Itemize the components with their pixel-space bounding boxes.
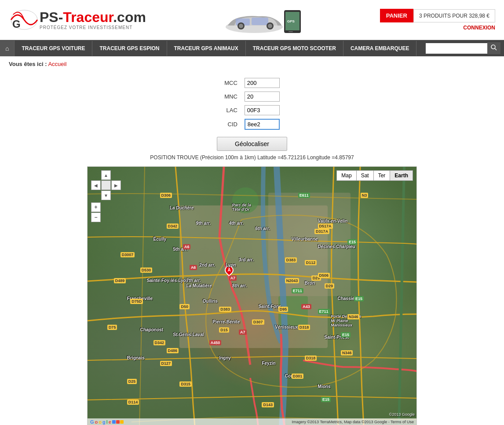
road-badge-d75d: D75D <box>130 299 143 304</box>
field-input-lac[interactable] <box>245 105 280 115</box>
map-controls: ▲ ◀ ▶ ▼ + − <box>91 170 121 222</box>
road-badge-a6-1: A6 <box>183 244 191 249</box>
panier-info: 3 PRODUITS POUR 328,98 € <box>413 9 495 22</box>
zoom-out-button[interactable]: − <box>91 212 101 222</box>
field-row-cid: CID <box>221 117 283 132</box>
logo-main: PS-Traceur.com <box>40 10 146 25</box>
field-input-cid[interactable] <box>245 119 280 130</box>
breadcrumb-home[interactable]: Accueil <box>48 61 66 67</box>
map-nav-right[interactable]: ▶ <box>111 180 121 190</box>
field-input-mcc[interactable] <box>245 78 280 88</box>
google-logo: Google <box>90 419 125 425</box>
form-table: MCC MNC LAC CID <box>221 76 283 132</box>
road-badge-d15: D15 <box>219 327 229 333</box>
nav-item-camera[interactable]: CAMERA EMBARQUEE <box>343 41 417 56</box>
position-info: POSITION TROUVE (Précision 100m à 1km) L… <box>150 154 354 161</box>
road-badge-d307: D307 <box>252 319 264 325</box>
road-badge-e711-1: E711 <box>292 288 303 293</box>
logo-area: G PS-Traceur.com PROTÉGEZ VOTRE INVESTIS… <box>9 6 146 34</box>
road-badge-a43: A43 <box>301 304 311 309</box>
road-badge-d25: D25 <box>127 379 137 384</box>
road-badge-d318-1: D318 <box>298 325 310 330</box>
google-l: l <box>106 419 108 425</box>
map-label-ingny: Ingny <box>219 355 231 360</box>
map-label-venissieux: Vénissieux <box>275 325 298 330</box>
road-badge-d486: D486 <box>167 348 179 353</box>
field-row-lac: LAC <box>221 103 283 117</box>
road-badge-d127: D127 <box>160 361 172 366</box>
zoom-in-button[interactable]: + <box>91 202 101 212</box>
field-label-cid: CID <box>221 117 241 132</box>
google-e: e <box>109 419 111 425</box>
map-type-sat[interactable]: Sat <box>356 170 374 181</box>
road-badge-a7-2: A7 <box>239 330 247 335</box>
map-nav-left[interactable]: ◀ <box>91 180 101 190</box>
road-badge-d517a: D517A <box>318 223 333 229</box>
header-promo-image: GPS <box>215 4 311 35</box>
map-label-4arr: 4th arr. <box>229 221 244 226</box>
field-label-lac: LAC <box>221 103 241 117</box>
road-badge-d143: D143 <box>262 402 274 407</box>
map-nav-down[interactable]: ▼ <box>101 191 111 200</box>
form-area: MCC MNC LAC CID Géolocaliser POSITION TR… <box>0 72 504 166</box>
map-type-ter[interactable]: Ter <box>373 170 391 181</box>
road-badge-d318-2: D318 <box>305 355 317 361</box>
svg-line-14 <box>495 48 497 50</box>
nav-item-voiture[interactable]: TRACEUR GPS VOITURE <box>15 41 92 56</box>
nav-home-button[interactable]: ⌂ <box>0 40 15 56</box>
map-label-oullins: Oullins <box>203 299 218 304</box>
road-badge-n346-1: N346 <box>347 314 360 319</box>
map-container: ▲ ◀ ▶ ▼ + − Map Sat Ter Earth A Lyon Vil… <box>87 166 417 425</box>
google-maps-logo <box>112 419 125 425</box>
map-copyright-overlay: ©2013 Google <box>389 412 415 417</box>
google-o2: o <box>99 419 102 425</box>
header-right: PANIER 3 PRODUITS POUR 328,98 € CONNEXIO… <box>380 9 495 31</box>
map-type-earth[interactable]: Earth <box>390 170 413 181</box>
field-row-mcc: MCC <box>221 76 283 90</box>
field-input-mnc[interactable] <box>245 92 280 102</box>
road-badge-d114: D114 <box>127 399 139 405</box>
nav-item-espion[interactable]: TRACEUR GPS ESPION <box>92 41 167 56</box>
connexion-link[interactable]: CONNEXION <box>463 25 495 31</box>
map-label-ecully: Écully <box>153 237 166 242</box>
svg-point-8 <box>268 24 272 28</box>
logo-subtitle: PROTÉGEZ VOTRE INVESTISSEMENT <box>40 25 146 30</box>
svg-rect-16 <box>116 420 120 424</box>
map-nav-up[interactable]: ▲ <box>101 170 111 180</box>
map-label-feyzin: Feyzin <box>262 361 275 366</box>
map-label-pierre-benite: Pierre-Bénite <box>212 319 240 324</box>
field-row-mnc: MNC <box>221 90 283 103</box>
nav-item-moto[interactable]: TRACEUR GPS MOTO SCOOTER <box>246 41 343 56</box>
map-label-parc: Parc de laTête d'Or <box>232 203 251 212</box>
road-badge-a450: A450 <box>209 340 222 345</box>
road-badge-d315: D315 <box>179 381 192 387</box>
google-g2: g <box>102 419 106 425</box>
road-badge-d95: D95 <box>278 307 289 312</box>
map-label-mions: Mions <box>318 384 331 389</box>
logo-text-group: PS-Traceur.com PROTÉGEZ VOTRE INVESTISSE… <box>40 10 146 30</box>
road-badge-e711-2: E711 <box>318 309 330 314</box>
road-badge-d506: D506 <box>318 273 330 278</box>
map-type-map[interactable]: Map <box>336 170 356 181</box>
road-badge-n346-2: N346 <box>341 350 353 355</box>
road-badge-d530: D530 <box>140 267 153 273</box>
panier-area: PANIER 3 PRODUITS POUR 328,98 € <box>380 9 495 22</box>
map-label-8arr: 8th arr. <box>232 283 247 288</box>
road-badge-d306: D306 <box>160 193 172 198</box>
field-label-mnc: MNC <box>221 90 241 103</box>
map-label-lyon: Lyon <box>226 263 236 267</box>
svg-point-6 <box>239 24 243 28</box>
map-label-3arr: 3rd arr. <box>239 257 254 262</box>
road-badge-d342-1: D342 <box>167 223 179 229</box>
search-button[interactable] <box>487 42 500 54</box>
road-badge-d383-2: D383 <box>285 257 297 263</box>
panier-button[interactable]: PANIER <box>380 9 413 22</box>
geolocate-button[interactable]: Géolocaliser <box>217 137 287 151</box>
road-badge-d317a: D317A <box>314 229 329 234</box>
nav-item-animaux[interactable]: TRACEUR GPS ANIMAUX <box>167 41 246 56</box>
field-label-mcc: MCC <box>221 76 241 90</box>
search-input[interactable] <box>426 43 487 54</box>
main-nav: ⌂ TRACEUR GPS VOITURE TRACEUR GPS ESPION… <box>0 40 504 56</box>
road-badge-d50: D50 <box>179 304 190 309</box>
map-label-brignais: Brignais <box>127 355 145 360</box>
